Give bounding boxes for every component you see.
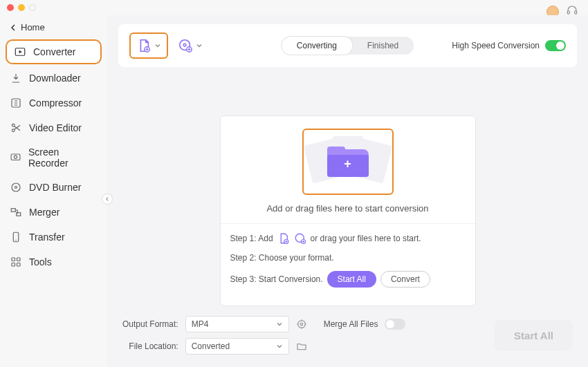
- convert-pill-button[interactable]: Convert: [380, 271, 430, 288]
- step2-text: Step 2: Choose your format.: [230, 253, 334, 263]
- merge-files-label: Merge All Files: [324, 319, 378, 329]
- output-format-label: Output Format:: [122, 319, 178, 329]
- file-location-label: File Location:: [122, 341, 178, 351]
- folder-plus-icon: +: [327, 147, 369, 177]
- svg-rect-7: [11, 154, 20, 160]
- sidebar-item-label: Compressor: [29, 97, 82, 109]
- step3-text: Step 3: Start Conversion.: [230, 274, 323, 284]
- add-file-icon: [136, 38, 151, 53]
- chevron-down-icon: [276, 343, 283, 350]
- download-icon: [10, 72, 22, 84]
- converter-icon: [14, 46, 26, 58]
- sidebar-item-label: Video Editor: [29, 122, 82, 133]
- minimize-window-dot[interactable]: [18, 4, 25, 11]
- dropzone-card: + Add or drag files here to start conver…: [220, 115, 476, 306]
- chevron-down-icon: [196, 42, 203, 49]
- sidebar: Home Converter Downloader Compressor Vid…: [0, 15, 107, 367]
- svg-rect-1: [575, 11, 577, 15]
- chevron-left-icon: [104, 196, 110, 202]
- sidebar-item-downloader[interactable]: Downloader: [0, 66, 107, 91]
- svg-point-10: [15, 187, 17, 189]
- sidebar-item-dvd-burner[interactable]: DVD Burner: [0, 175, 107, 200]
- add-file-button[interactable]: [129, 32, 168, 59]
- svg-marker-3: [19, 50, 23, 54]
- svg-point-8: [14, 156, 17, 158]
- sidebar-item-video-editor[interactable]: Video Editor: [0, 115, 107, 140]
- home-back-button[interactable]: Home: [0, 18, 107, 37]
- tools-icon: [10, 256, 22, 268]
- svg-rect-15: [12, 258, 15, 261]
- close-window-dot[interactable]: [7, 4, 14, 11]
- high-speed-label: High Speed Conversion: [452, 41, 540, 50]
- add-disc-button[interactable]: [175, 35, 205, 56]
- svg-rect-18: [17, 263, 21, 267]
- steps-help: Step 1: Add or drag your files here to s…: [230, 232, 466, 288]
- sidebar-item-label: Screen Recorder: [28, 147, 98, 169]
- sidebar-item-label: Merger: [29, 207, 59, 218]
- divider: [221, 223, 475, 224]
- output-format-select[interactable]: MP4: [185, 316, 289, 332]
- file-location-select[interactable]: Converted: [185, 338, 289, 355]
- home-label: Home: [21, 22, 45, 32]
- toolbar: Converting Finished High Speed Conversio…: [118, 24, 577, 67]
- file-location-value: Converted: [192, 341, 230, 351]
- disc-icon: [10, 181, 22, 194]
- add-disc-icon: [294, 232, 306, 245]
- sidebar-item-compressor[interactable]: Compressor: [0, 91, 107, 115]
- step1-text-a: Step 1: Add: [230, 234, 273, 243]
- svg-point-14: [15, 240, 17, 241]
- svg-rect-16: [17, 258, 21, 261]
- sidebar-item-tools[interactable]: Tools: [0, 250, 107, 274]
- start-all-button[interactable]: Start All: [495, 320, 573, 351]
- sidebar-item-label: Transfer: [29, 232, 65, 243]
- tab-finished[interactable]: Finished: [352, 37, 414, 55]
- svg-point-26: [297, 321, 305, 328]
- high-speed-toggle[interactable]: [545, 40, 566, 51]
- main-panel: Converting Finished High Speed Conversio…: [107, 15, 588, 367]
- svg-point-9: [12, 183, 20, 191]
- sidebar-item-label: DVD Burner: [29, 182, 81, 193]
- sidebar-item-converter[interactable]: Converter: [6, 39, 102, 64]
- dropzone-text: Add or drag files here to start conversi…: [230, 203, 466, 214]
- open-folder-icon[interactable]: [296, 341, 307, 352]
- transfer-icon: [10, 231, 22, 243]
- compressor-icon: [10, 97, 22, 109]
- chevron-down-icon: [276, 321, 283, 328]
- sidebar-item-screen-recorder[interactable]: Screen Recorder: [0, 140, 107, 175]
- tab-converting[interactable]: Converting: [282, 37, 352, 55]
- sidebar-item-label: Tools: [29, 256, 52, 267]
- step1-text-b: or drag your files here to start.: [311, 234, 421, 243]
- sidebar-item-label: Converter: [33, 46, 75, 57]
- svg-rect-0: [567, 11, 569, 15]
- add-disc-icon: [178, 38, 193, 53]
- footer-bar: Output Format: MP4 Merge All Files Start…: [107, 306, 588, 367]
- svg-point-21: [183, 44, 186, 46]
- chevron-down-icon: [154, 42, 161, 49]
- window-titlebar: [0, 0, 588, 15]
- sidebar-item-label: Downloader: [29, 73, 81, 84]
- sidebar-item-merger[interactable]: Merger: [0, 200, 107, 225]
- maximize-window-dot[interactable]: [29, 4, 36, 11]
- svg-point-27: [300, 323, 302, 325]
- dropzone[interactable]: +: [302, 129, 394, 195]
- status-tabs: Converting Finished: [282, 37, 414, 55]
- output-format-value: MP4: [192, 319, 209, 329]
- merger-icon: [10, 206, 22, 218]
- add-file-icon: [277, 232, 290, 245]
- chevron-left-icon: [10, 24, 17, 31]
- merge-files-toggle[interactable]: [385, 319, 405, 330]
- start-all-pill-button[interactable]: Start All: [327, 271, 376, 288]
- sidebar-item-transfer[interactable]: Transfer: [0, 225, 107, 250]
- svg-rect-17: [12, 263, 15, 267]
- output-settings-icon[interactable]: [296, 319, 307, 330]
- svg-point-6: [12, 129, 15, 132]
- svg-rect-11: [11, 209, 15, 212]
- svg-point-5: [12, 124, 15, 126]
- screen-recorder-icon: [10, 151, 21, 164]
- sidebar-collapse-button[interactable]: [102, 194, 113, 205]
- scissors-icon: [10, 122, 22, 134]
